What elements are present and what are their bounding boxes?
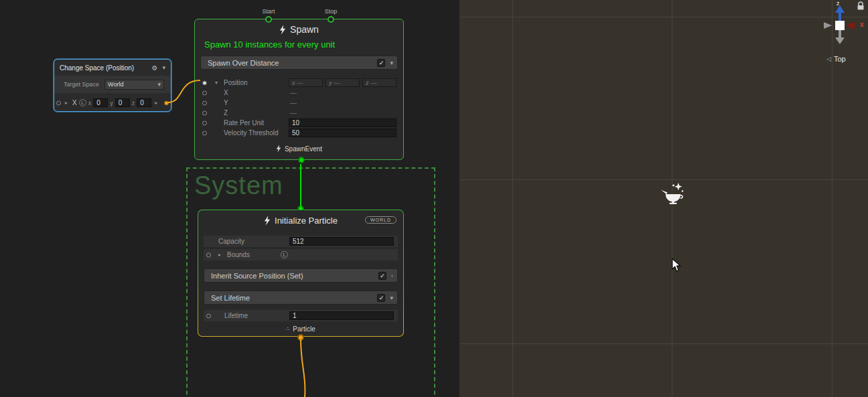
rate-per-unit-field[interactable] [289, 118, 396, 127]
spawn-context-node[interactable]: Start Stop Spawn Spawn 10 instances for … [194, 19, 404, 160]
triangle-left-icon: ◁ [826, 56, 831, 62]
row-x: X — [195, 88, 403, 98]
row-lifetime: Lifetime [204, 310, 398, 321]
spawn-node-header[interactable]: Spawn [195, 19, 403, 39]
initialize-particle-node[interactable]: Initialize Particle WORLD Capacity ▸ Bou… [198, 210, 404, 337]
particle-output: ∴ Particle [198, 325, 403, 333]
velocity-threshold-field[interactable] [289, 129, 396, 137]
position-output-port[interactable] [164, 100, 169, 105]
y-value-field[interactable] [115, 98, 130, 107]
spawn-start-flow-port[interactable] [265, 16, 272, 23]
z-value-field[interactable] [137, 98, 151, 107]
grid-line [459, 179, 868, 180]
spawn-start-port-label: Start [254, 8, 283, 15]
position-input-port[interactable] [202, 80, 207, 85]
initialize-node-title: Initialize Particle [275, 216, 338, 226]
row-label: Bounds [227, 251, 250, 258]
vfx-graph-canvas[interactable]: System Start Stop Spawn Spawn 10 instanc… [0, 0, 459, 397]
expand-right-icon[interactable]: ▸ [65, 100, 68, 106]
local-space-badge[interactable]: L [281, 251, 288, 258]
x-input-port[interactable] [56, 100, 61, 105]
target-space-value: World [108, 81, 123, 88]
target-space-row: Target Space World ▾ [54, 76, 171, 93]
particle-output-label: Particle [293, 325, 315, 333]
gizmo-x-axis-cone[interactable] [846, 21, 855, 29]
world-space-badge[interactable]: WORLD [365, 216, 396, 224]
system-group-label: System [194, 171, 434, 200]
block-label: Set Lifetime [211, 294, 250, 302]
chevron-left-icon[interactable]: ‹ [391, 272, 393, 279]
block-set-lifetime[interactable]: Set Lifetime ✓ ▾ [204, 291, 398, 305]
change-space-node[interactable]: Change Space (Position) ⚙ ▾ Target Space… [54, 59, 171, 112]
row-z: Z — [195, 108, 403, 118]
view-orientation-label[interactable]: ◁ Top [826, 55, 846, 63]
row-label: Position [224, 79, 248, 86]
position-z-field[interactable]: z— [362, 78, 396, 87]
grid-line [459, 343, 868, 344]
chevron-down-icon[interactable]: ▾ [390, 60, 393, 66]
chevron-down-icon[interactable]: ▾ [162, 64, 165, 71]
y-prefix: y [329, 80, 332, 86]
x-value-field[interactable] [93, 98, 108, 107]
z-dash-value: — [290, 109, 297, 116]
x-vector-row: ▸ X L x y z ▸ [54, 93, 171, 112]
scene-view[interactable]: z x ◁ Top [459, 0, 868, 397]
gizmo-center-cube[interactable] [835, 21, 845, 30]
target-space-dropdown[interactable]: World ▾ [104, 80, 164, 90]
particle-icon: ∴ [286, 326, 289, 332]
capacity-field[interactable] [289, 237, 394, 246]
block-enabled-checkbox[interactable]: ✓ [378, 272, 386, 280]
lifetime-field[interactable] [289, 311, 394, 320]
spawn-context-note: Spawn 10 instances for every unit [195, 39, 403, 53]
initialize-output-flow-port[interactable] [297, 334, 304, 341]
block-label: Spawn Over Distance [208, 59, 279, 67]
spawn-event-flow-port[interactable] [298, 157, 305, 163]
block-enabled-checkbox[interactable]: ✓ [377, 59, 385, 67]
x-input-port[interactable] [202, 90, 207, 95]
expand-right-icon[interactable]: ▸ [218, 252, 224, 258]
grid-line [512, 0, 513, 397]
rate-per-unit-input-port[interactable] [202, 121, 207, 125]
block-spawn-over-distance[interactable]: Spawn Over Distance ✓ ▾ [200, 56, 398, 70]
row-bounds: ▸ Bounds L [204, 249, 398, 260]
vfx-graph-window: System Start Stop Spawn Spawn 10 instanc… [0, 0, 868, 397]
row-position: ▾ Position x— y— z— [195, 78, 403, 88]
spawn-event-output: SpawnEvent [195, 145, 403, 153]
row-capacity: Capacity [204, 236, 398, 247]
block-enabled-checkbox[interactable]: ✓ [377, 294, 385, 302]
gizmo-x-label: x [860, 21, 864, 28]
row-y: Y — [195, 98, 403, 108]
chevron-down-icon: ▾ [157, 81, 161, 88]
lifetime-input-port[interactable] [206, 313, 211, 318]
gizmo-left-axis-cone[interactable] [824, 22, 832, 29]
gear-icon[interactable]: ⚙ [152, 64, 158, 72]
lock-icon[interactable] [857, 1, 865, 11]
vfx-lamp-icon[interactable] [660, 182, 686, 208]
block-inherit-source-position[interactable]: Inherit Source Position (Set) ✓ ‹ [204, 268, 398, 283]
z-prefix: z [132, 100, 135, 106]
view-orientation-text: Top [834, 55, 846, 63]
bounds-input-port[interactable] [206, 252, 211, 257]
x-value: — [297, 80, 303, 86]
x-prefix: x [292, 80, 295, 86]
spawn-event-label: SpawnEvent [285, 145, 322, 153]
position-y-field[interactable]: y— [326, 78, 360, 87]
x-row-label: X [72, 99, 77, 106]
row-label: X [224, 89, 228, 96]
expand-right-icon: ▸ [155, 100, 157, 106]
lightning-icon [279, 25, 286, 35]
position-x-field[interactable]: x— [289, 78, 323, 87]
local-space-badge[interactable]: L [79, 99, 86, 106]
row-label: Rate Per Unit [224, 119, 264, 127]
y-input-port[interactable] [202, 100, 207, 105]
spawn-stop-port-label: Stop [316, 8, 346, 15]
spawn-stop-flow-port[interactable] [328, 16, 334, 23]
gizmo-down-axis-arrow[interactable] [835, 37, 845, 44]
expand-down-icon[interactable]: ▾ [215, 80, 221, 86]
z-input-port[interactable] [202, 110, 207, 115]
chevron-down-icon[interactable]: ▾ [390, 295, 393, 301]
target-space-label: Target Space [64, 81, 99, 88]
row-label: Y [224, 99, 228, 106]
change-space-header[interactable]: Change Space (Position) ⚙ ▾ [54, 60, 171, 76]
velocity-threshold-input-port[interactable] [202, 131, 207, 135]
